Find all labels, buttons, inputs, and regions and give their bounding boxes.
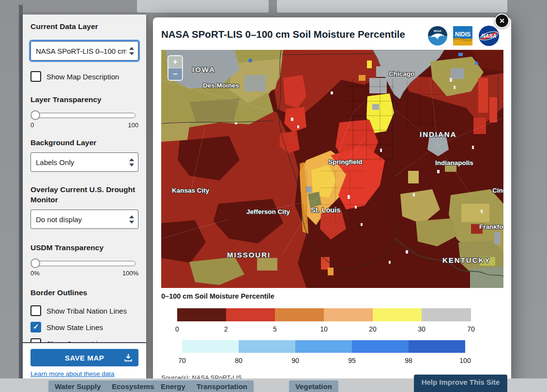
state-label-iowa: IOWA xyxy=(192,65,215,74)
range-min-label: 0% xyxy=(30,270,40,277)
usdm-transparency-heading: USDM Transparency xyxy=(30,242,138,253)
background-edge xyxy=(19,5,23,378)
state-lines-checkbox[interactable] xyxy=(30,322,41,332)
logo-group: NOAA NIDIS NASA xyxy=(428,25,500,46)
current-data-layer-value: NASA SPoRT-LIS 0–100 cm Soil Moisture Pe… xyxy=(36,47,126,55)
noaa-logo: NOAA xyxy=(428,26,447,45)
select-stepper-icon xyxy=(129,215,134,224)
background-layer-value: Labels Only xyxy=(36,158,126,166)
tab-ecosystems[interactable]: Ecosystems xyxy=(106,380,161,392)
city-label-st-louis: St. Louis xyxy=(311,206,340,214)
tick-label: 90 xyxy=(291,357,299,364)
legend-wet-ticks: 70 80 90 95 98 100 xyxy=(182,357,465,365)
slider-track[interactable] xyxy=(31,261,136,266)
legend-wet-bar: 70 80 90 95 98 100 xyxy=(182,340,465,365)
range-max-label: 100 xyxy=(128,121,138,129)
layer-transparency-slider[interactable] xyxy=(30,110,138,120)
tribal-lines-label: Show Tribal Nation Lines xyxy=(46,307,127,315)
city-label-jefferson-city: Jefferson City xyxy=(246,208,290,215)
current-data-layer-heading: Current Data Layer xyxy=(30,21,138,31)
sidebar-content: Current Data Layer NASA SPoRT-LIS 0–100 … xyxy=(23,15,146,343)
svg-text:NIDIS: NIDIS xyxy=(455,31,471,38)
svg-text:NOAA: NOAA xyxy=(434,30,441,32)
tick-label: 0 xyxy=(175,325,179,333)
show-map-description-row[interactable]: Show Map Description xyxy=(30,71,138,82)
city-label-indianapolis: Indianapolis xyxy=(435,159,473,166)
tick-label: 70 xyxy=(178,357,186,364)
slider-knob[interactable] xyxy=(30,110,40,120)
layer-transparency-range: 0 100 xyxy=(30,121,138,129)
map-modal: NASA SPoRT-LIS 0–100 cm Soil Moisture Pe… xyxy=(153,17,511,392)
state-lines-row[interactable]: Show State Lines xyxy=(30,322,138,332)
background-layer-select[interactable]: Labels Only xyxy=(30,152,138,172)
state-label-kentucky: KENTUCKY xyxy=(442,256,490,264)
help-improve-site-button[interactable]: Help Improve This Site xyxy=(414,375,507,392)
overlay-usdm-value: Do not display xyxy=(36,215,126,224)
state-lines-label: Show State Lines xyxy=(46,323,103,332)
usdm-transparency-range: 0% 100% xyxy=(30,270,138,277)
tick-label: 95 xyxy=(348,357,356,364)
slider-track[interactable] xyxy=(31,113,136,118)
tick-label: 5 xyxy=(273,325,277,333)
legend-dry-ticks: 0 2 5 10 20 30 70 xyxy=(177,325,471,334)
range-max-label: 100% xyxy=(122,270,138,277)
city-label-chicago: Chicago xyxy=(389,70,414,77)
border-outlines-heading: Border Outlines xyxy=(30,287,138,298)
zoom-out-button[interactable]: − xyxy=(168,68,182,80)
city-label-kansas-city: Kansas City xyxy=(172,187,209,194)
tab-vegetation[interactable]: Vegetation xyxy=(289,380,338,392)
modal-title: NASA SPoRT-LIS 0–100 cm Soil Moisture Pe… xyxy=(161,28,425,41)
city-label-frankfort: Frankfort xyxy=(479,223,503,230)
save-map-label: SAVE MAP xyxy=(65,354,104,362)
learn-more-link[interactable]: Learn more about these data xyxy=(30,370,114,377)
legend-dry-swatches xyxy=(177,308,471,321)
svg-text:NASA: NASA xyxy=(481,33,496,39)
tab-transportation[interactable]: Transportation xyxy=(190,380,254,392)
close-icon[interactable]: ✕ xyxy=(495,14,509,28)
city-label-des-moines: Des Moines xyxy=(203,82,239,89)
state-label-indiana: INDIANA xyxy=(420,130,457,138)
legend-wet-swatches xyxy=(182,340,465,353)
layer-transparency-heading: Layer Transparency xyxy=(30,94,138,105)
show-map-description-checkbox[interactable] xyxy=(30,71,41,82)
select-stepper-icon xyxy=(129,158,134,166)
tick-label: 30 xyxy=(418,325,425,333)
tick-label: 20 xyxy=(369,325,377,333)
range-min-label: 0 xyxy=(30,121,34,129)
tick-label: 100 xyxy=(459,357,471,364)
tab-energy[interactable]: Energy xyxy=(154,380,192,392)
background-layer-heading: Background Layer xyxy=(30,137,138,148)
show-map-description-label: Show Map Description xyxy=(46,73,119,81)
save-map-button[interactable]: SAVE MAP xyxy=(30,349,138,366)
tab-water-supply[interactable]: Water Supply xyxy=(48,380,107,392)
city-label-cincinnati: Cincinnati xyxy=(492,187,503,194)
tribal-lines-checkbox[interactable] xyxy=(30,305,41,316)
tick-label: 10 xyxy=(320,325,328,333)
legend-dry-bar: 0 2 5 10 20 30 70 xyxy=(177,308,471,334)
current-data-layer-select[interactable]: NASA SPoRT-LIS 0–100 cm Soil Moisture Pe… xyxy=(30,41,138,60)
tick-label: 80 xyxy=(235,357,243,364)
legend-title: 0–100 cm Soil Moisture Percentile xyxy=(161,292,274,300)
select-stepper-icon xyxy=(129,47,134,55)
background-panel xyxy=(277,0,507,13)
map-settings-sidebar: Current Data Layer NASA SPoRT-LIS 0–100 … xyxy=(23,15,146,378)
zoom-in-button[interactable]: + xyxy=(168,56,182,68)
download-icon xyxy=(124,353,133,362)
source-caption: Source(s): NASA SPoRT-LIS xyxy=(161,374,242,378)
usdm-transparency-slider[interactable] xyxy=(30,258,138,268)
state-label-missouri: MISSOURI xyxy=(227,251,271,259)
soil-moisture-map[interactable]: + − IOWA INDIANA MISSOURI KENTUCKY Des M… xyxy=(161,50,503,288)
background-panel xyxy=(137,0,269,13)
tick-label: 2 xyxy=(224,325,228,333)
tribal-lines-row[interactable]: Show Tribal Nation Lines xyxy=(30,305,138,316)
tick-label: 70 xyxy=(467,325,475,333)
tick-label: 98 xyxy=(405,357,412,364)
city-label-springfield: Springfield xyxy=(328,158,363,166)
overlay-usdm-select[interactable]: Do not display xyxy=(30,210,138,229)
overlay-usdm-heading: Overlay Current U.S. Drought Monitor xyxy=(30,184,138,205)
map-zoom-control: + − xyxy=(167,55,183,81)
nidis-logo: NIDIS xyxy=(453,26,472,45)
nasa-logo: NASA xyxy=(478,25,500,46)
slider-knob[interactable] xyxy=(30,258,40,268)
sidebar-footer: SAVE MAP Learn more about these data xyxy=(23,343,146,378)
